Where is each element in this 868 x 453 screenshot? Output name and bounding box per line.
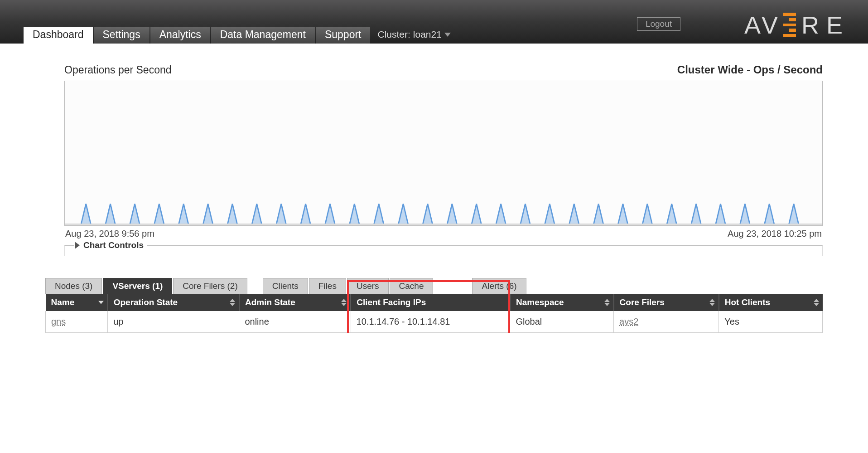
subtab-alerts[interactable]: Alerts (6)	[472, 278, 526, 294]
tab-dashboard[interactable]: Dashboard	[24, 27, 93, 44]
cell-core-filers: avs2	[614, 311, 719, 333]
tab-settings[interactable]: Settings	[94, 27, 149, 44]
cell-client-facing-ips: 10.1.14.76 - 10.1.14.81	[351, 311, 510, 333]
tab-support[interactable]: Support	[316, 27, 371, 44]
main-tabs: Dashboard Settings Analytics Data Manage…	[24, 26, 457, 44]
chart-header: Operations per Second Cluster Wide - Ops…	[45, 63, 823, 76]
cell-name: gns	[46, 311, 108, 333]
vservers-table: Name Operation State Admin State Cl	[45, 294, 823, 333]
tab-data-management[interactable]: Data Management	[211, 27, 315, 44]
chart-baseline	[65, 224, 822, 225]
col-hot-clients[interactable]: Hot Clients	[719, 294, 823, 311]
cluster-prefix: Cluster:	[377, 29, 410, 40]
logout-button[interactable]: Logout	[637, 17, 680, 31]
subtab-vservers[interactable]: VServers (1)	[103, 278, 172, 294]
chart-controls-label: Chart Controls	[83, 240, 144, 250]
lower-section: Nodes (3) VServers (1) Core Filers (2) C…	[45, 278, 823, 333]
col-core-filers[interactable]: Core Filers	[614, 294, 719, 311]
subtab-clients[interactable]: Clients	[263, 278, 308, 294]
core-filer-link[interactable]: avs2	[619, 317, 638, 326]
sort-asc-icon	[341, 299, 347, 302]
sort-desc-icon	[230, 303, 235, 306]
col-name[interactable]: Name	[46, 294, 108, 311]
sort-asc-icon	[814, 299, 819, 302]
table-row: gns up online 10.1.14.76 - 10.1.14.81 Gl…	[46, 311, 823, 333]
cluster-selector[interactable]: Cluster: loan21	[371, 26, 457, 44]
x-axis-start: Aug 23, 2018 9:56 pm	[65, 229, 154, 239]
brand-logo: A V R E	[744, 13, 843, 37]
sort-desc-icon	[341, 303, 347, 306]
chart-svg	[65, 81, 822, 225]
sort-asc-icon	[604, 299, 610, 302]
x-axis-end: Aug 23, 2018 10:25 pm	[728, 229, 822, 239]
cell-hot-clients: Yes	[719, 311, 823, 333]
sort-desc-icon	[98, 301, 104, 304]
chart-controls-panel[interactable]: Chart Controls	[64, 245, 823, 256]
cell-admin-state: online	[239, 311, 351, 333]
col-operation-state[interactable]: Operation State	[108, 294, 239, 311]
col-namespace[interactable]: Namespace	[510, 294, 614, 311]
subtab-users[interactable]: Users	[347, 278, 389, 294]
page-content: Operations per Second Cluster Wide - Ops…	[0, 44, 868, 333]
brand-e-icon	[783, 13, 796, 37]
vserver-link[interactable]: gns	[51, 317, 66, 326]
sort-desc-icon	[814, 303, 819, 306]
sort-asc-icon	[230, 299, 235, 302]
chart-title-left: Operations per Second	[64, 64, 172, 76]
chart-title-right: Cluster Wide - Ops / Second	[677, 63, 823, 76]
cluster-name: loan21	[413, 29, 442, 40]
sort-desc-icon	[709, 303, 715, 306]
top-bar: Logout A V R E Dashboard Settings Analyt…	[0, 0, 868, 44]
subtab-cache[interactable]: Cache	[390, 278, 434, 294]
expand-icon	[75, 242, 80, 249]
chevron-down-icon	[444, 33, 451, 37]
col-client-facing-ips[interactable]: Client Facing IPs	[351, 294, 510, 311]
cell-operation-state: up	[108, 311, 239, 333]
subtab-files[interactable]: Files	[309, 278, 346, 294]
subtab-core-filers[interactable]: Core Filers (2)	[173, 278, 247, 294]
sort-desc-icon	[604, 303, 610, 306]
cell-namespace: Global	[510, 311, 614, 333]
sub-tabs: Nodes (3) VServers (1) Core Filers (2) C…	[45, 278, 823, 294]
chart-plot-area: 1 0	[64, 81, 823, 226]
col-admin-state[interactable]: Admin State	[239, 294, 351, 311]
tab-analytics[interactable]: Analytics	[150, 27, 210, 44]
sort-asc-icon	[709, 299, 715, 302]
subtab-nodes[interactable]: Nodes (3)	[45, 278, 102, 294]
